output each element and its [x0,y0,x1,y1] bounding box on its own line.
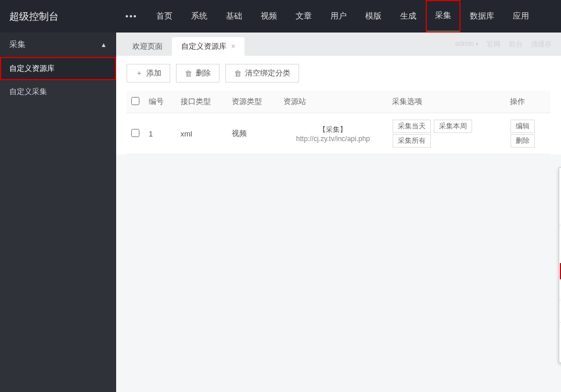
select-all-checkbox[interactable] [131,97,139,105]
cell-actions: 编辑 删除 [505,113,551,154]
topbar: 超级控制台 ••• 首页 系统 基础 视频 文章 用户 模版 生成 采集 数据库… [0,0,561,33]
tab-label: 欢迎页面 [132,41,163,52]
chevron-up-icon: ▲ [100,41,107,48]
nav-system[interactable]: 系统 [182,0,217,33]
collect-today-button[interactable]: 采集当天 [393,120,431,133]
nav-basic[interactable]: 基础 [217,0,251,33]
clear-bind-button[interactable]: 🗑 清空绑定分类 [225,64,299,82]
sidebar: 采集 ▲ 自定义资源库 自定义采集 [0,33,116,392]
link-front[interactable]: 前台 [509,39,523,49]
header-ghost-links: admin 官网 前台 清缓存 [455,39,552,49]
resource-title[interactable]: 【采集】 [283,125,383,135]
sidebar-header[interactable]: 采集 ▲ [0,33,116,57]
edit-button[interactable]: 编辑 [510,120,535,133]
sidebar-header-label: 采集 [9,39,26,50]
cell-options: 采集当天 采集本周 采集所有 [387,113,505,154]
sidebar-item-custom-collect[interactable]: 自定义采集 [0,80,116,103]
cell-rtype: 视频 [227,113,279,154]
btn-label: 添加 [146,68,161,78]
delete-button[interactable]: 🗑 删除 [176,64,220,82]
nav-video[interactable]: 视频 [251,0,286,33]
col-options: 采集选项 [387,91,505,113]
resource-table: 编号 接口类型 资源类型 资源站 采集选项 操作 1 xml 视频 [127,91,551,154]
btn-label: 删除 [196,68,211,78]
cell-resource: 【采集】 http://cj.zy.tv/inc/api.php [279,113,387,154]
table-header-row: 编号 接口类型 资源类型 资源站 采集选项 操作 [127,91,551,113]
col-check [127,91,144,113]
plus-icon: ＋ [135,68,143,78]
table-wrap: 编号 接口类型 资源类型 资源站 采集选项 操作 1 xml 视频 [116,91,561,154]
row-delete-button[interactable]: 删除 [510,134,535,148]
brand-title: 超级控制台 [0,10,116,23]
add-button[interactable]: ＋ 添加 [127,64,170,82]
sidebar-item-label: 自定义资源库 [9,63,55,74]
context-menu: 在新标签页中打开(T) 在新窗口中打开链接(W) 在隐身窗口中打开(G) 目标另… [559,167,561,363]
collect-week-button[interactable]: 采集本周 [434,120,472,133]
content-area: 欢迎页面 自定义资源库 × admin 官网 前台 清缓存 ＋ 添加 🗑 删除 [116,33,561,392]
cell-id: 1 [144,113,176,154]
nav-template[interactable]: 模版 [356,0,391,33]
nav-app[interactable]: 应用 [504,0,538,33]
sidebar-item-resource-lib[interactable]: 自定义资源库 [0,57,116,80]
trash-icon: 🗑 [185,69,192,78]
nav-generate[interactable]: 生成 [391,0,426,33]
close-icon[interactable]: × [231,42,235,51]
nav-user[interactable]: 用户 [321,0,356,33]
link-clear-cache[interactable]: 清缓存 [531,39,552,49]
row-checkbox[interactable] [131,129,139,137]
user-menu[interactable]: admin [455,39,479,49]
nav-database[interactable]: 数据库 [461,0,504,33]
top-nav: ••• 首页 系统 基础 视频 文章 用户 模版 生成 采集 数据库 应用 [116,0,538,33]
col-itype: 接口类型 [176,91,228,113]
tab-welcome[interactable]: 欢迎页面 [123,37,172,56]
nav-article[interactable]: 文章 [286,0,321,33]
link-official[interactable]: 官网 [487,39,501,49]
resource-url[interactable]: http://cj.zy.tv/inc/api.php [283,135,383,143]
tabstrip: 欢迎页面 自定义资源库 × admin 官网 前台 清缓存 [116,33,561,56]
btn-label: 清空绑定分类 [245,68,290,78]
toolbar: ＋ 添加 🗑 删除 🗑 清空绑定分类 [116,56,561,91]
nav-home[interactable]: 首页 [147,0,182,33]
col-resource: 资源站 [279,91,387,113]
nav-collect[interactable]: 采集 [426,0,461,33]
nav-more[interactable]: ••• [116,0,147,33]
main-layout: 采集 ▲ 自定义资源库 自定义采集 欢迎页面 自定义资源库 × admin 官网… [0,33,561,392]
collect-all-button[interactable]: 采集所有 [393,134,431,148]
trash-icon: 🗑 [234,69,242,78]
col-id: 编号 [144,91,176,113]
table-row: 1 xml 视频 【采集】 http://cj.zy.tv/inc/api.ph… [127,113,551,154]
col-actions: 操作 [505,91,551,113]
tab-resource-lib[interactable]: 自定义资源库 × [172,37,244,56]
col-rtype: 资源类型 [227,91,279,113]
sidebar-item-label: 自定义采集 [9,87,47,97]
tab-label: 自定义资源库 [181,41,226,52]
cell-itype: xml [176,113,228,154]
